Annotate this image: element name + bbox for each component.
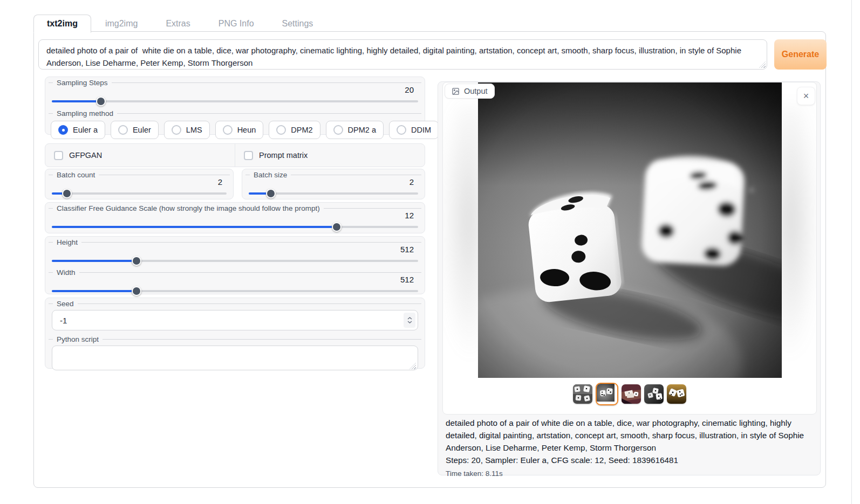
python-script-label: Python script xyxy=(53,335,103,344)
width-slider[interactable] xyxy=(52,286,418,296)
batch-count-slider[interactable] xyxy=(52,189,227,198)
gallery-left-blur xyxy=(442,104,483,363)
tab-png-info[interactable]: PNG Info xyxy=(204,15,268,32)
cfg-scale-field: Classifier Free Guidance Scale (how stro… xyxy=(49,208,421,209)
sampling-steps-field: Sampling Steps xyxy=(49,82,421,83)
radio-ddim[interactable]: DDIM xyxy=(389,121,439,139)
prompt-field-wrap: detailed photo of a pair of white die on… xyxy=(38,39,767,70)
cfg-scale-slider[interactable] xyxy=(52,222,418,232)
radio-icon xyxy=(172,125,181,135)
tab-img2img[interactable]: img2img xyxy=(91,15,152,32)
sampling-steps-slider-handle[interactable] xyxy=(96,96,106,106)
python-script-input[interactable] xyxy=(52,346,418,370)
gfpgan-checkbox[interactable]: GFPGAN xyxy=(45,144,235,167)
seed-label: Seed xyxy=(53,299,78,308)
sampling-group: Sampling Steps 20 Sampling method Euler … xyxy=(45,77,425,135)
tab-settings[interactable]: Settings xyxy=(268,15,327,32)
cfg-scale-slider-handle[interactable] xyxy=(332,222,342,232)
radio-dpm2[interactable]: DPM2 xyxy=(269,121,320,139)
checkbox-icon xyxy=(244,151,253,160)
chevron-up-icon xyxy=(407,317,412,320)
batch-count-field: Batch count xyxy=(49,175,230,175)
width-slider-handle[interactable] xyxy=(132,286,141,296)
radio-selected-icon xyxy=(58,125,68,135)
python-script-wrap xyxy=(52,346,418,372)
checkbox-icon xyxy=(54,151,63,160)
image-icon xyxy=(452,87,460,95)
radio-dpm2-a[interactable]: DPM2 a xyxy=(326,121,384,139)
toggles-row: GFPGAN Prompt matrix xyxy=(45,144,425,167)
output-gallery xyxy=(442,82,817,415)
tab-bar: txt2img img2img Extras PNG Info Settings xyxy=(33,15,327,32)
radio-icon xyxy=(223,125,233,135)
generate-button[interactable]: Generate xyxy=(774,39,827,70)
cfg-scale-group: Classifier Free Guidance Scale (how stro… xyxy=(45,202,425,233)
dimensions-group: Height 512 Width 512 xyxy=(45,236,425,294)
seed-input[interactable] xyxy=(52,310,418,330)
radio-icon xyxy=(276,125,286,135)
radio-icon xyxy=(397,125,406,135)
gallery-thumbnail-4[interactable] xyxy=(644,384,664,404)
sampling-method-radios: Euler a Euler LMS Heun DPM2 DPM2 a DDIM … xyxy=(51,121,419,139)
batch-size-slider[interactable] xyxy=(249,189,418,198)
generated-image-dice[interactable] xyxy=(478,82,782,378)
output-info: detailed photo of a pair of white die on… xyxy=(446,417,815,479)
prompt-input[interactable]: detailed photo of a pair of white die on… xyxy=(38,39,767,70)
radio-heun[interactable]: Heun xyxy=(215,121,264,139)
prompt-matrix-checkbox[interactable]: Prompt matrix xyxy=(235,144,425,167)
height-field: Height xyxy=(49,242,421,243)
output-info-time: Time taken: 8.11s xyxy=(446,468,815,479)
batch-count-label: Batch count xyxy=(53,170,99,179)
output-panel-label: Output xyxy=(445,84,495,99)
batch-size-group: Batch size 2 xyxy=(242,169,425,199)
close-icon: × xyxy=(803,91,809,101)
gallery-thumbnail-3[interactable] xyxy=(622,384,641,404)
radio-label: LMS xyxy=(186,126,202,134)
height-slider-handle[interactable] xyxy=(132,256,141,266)
close-button[interactable]: × xyxy=(797,87,815,105)
height-value: 512 xyxy=(45,243,425,254)
width-field: Width xyxy=(49,272,421,273)
batch-size-slider-handle[interactable] xyxy=(266,189,276,198)
radio-icon xyxy=(333,125,343,135)
radio-label: DDIM xyxy=(411,126,431,134)
batch-count-slider-handle[interactable] xyxy=(62,189,72,198)
height-label: Height xyxy=(53,238,81,247)
radio-euler-a[interactable]: Euler a xyxy=(51,121,105,139)
output-panel: Output × xyxy=(438,81,821,475)
gallery-thumbnail-5[interactable] xyxy=(667,384,686,404)
batch-size-label: Batch size xyxy=(250,170,291,179)
height-slider[interactable] xyxy=(52,256,418,266)
sampling-method-field: Sampling method xyxy=(49,113,421,114)
gallery-right-blur xyxy=(776,104,817,363)
tab-txt2img[interactable]: txt2img xyxy=(33,15,91,33)
toggles-group: GFPGAN Prompt matrix xyxy=(45,143,425,167)
seed-input-wrap xyxy=(52,310,418,330)
radio-lms[interactable]: LMS xyxy=(164,121,210,139)
radio-label: Euler a xyxy=(73,126,98,134)
seed-script-group: Seed Python script xyxy=(45,298,425,369)
radio-label: Euler xyxy=(133,126,151,134)
radio-label: Heun xyxy=(237,126,256,134)
gallery-thumbnail-strip xyxy=(443,383,816,405)
gallery-thumbnail-2-selected[interactable] xyxy=(596,383,618,405)
output-info-params: Steps: 20, Sampler: Euler a, CFG scale: … xyxy=(446,454,815,467)
sampling-steps-slider[interactable] xyxy=(52,96,418,106)
tab-extras[interactable]: Extras xyxy=(152,15,204,32)
output-label-text: Output xyxy=(464,87,488,95)
seed-field: Seed xyxy=(49,303,421,304)
radio-euler[interactable]: Euler xyxy=(111,121,159,139)
radio-icon xyxy=(118,125,128,135)
batch-count-group: Batch count 2 xyxy=(45,169,234,199)
radio-label: DPM2 xyxy=(291,126,312,134)
cfg-scale-label: Classifier Free Guidance Scale (how stro… xyxy=(53,204,324,213)
width-value: 512 xyxy=(45,273,425,285)
chevron-down-icon xyxy=(407,321,412,323)
gallery-thumbnail-1[interactable] xyxy=(573,384,592,404)
prompt-matrix-label: Prompt matrix xyxy=(259,151,308,160)
seed-stepper[interactable] xyxy=(404,313,415,328)
sampling-steps-label: Sampling Steps xyxy=(53,78,112,87)
width-label: Width xyxy=(53,268,79,277)
python-script-field: Python script xyxy=(49,339,421,340)
scrollbar-track[interactable] xyxy=(851,0,852,504)
